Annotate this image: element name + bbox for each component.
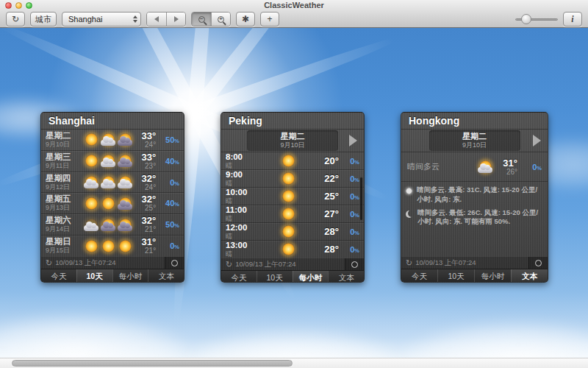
status-button[interactable] — [165, 257, 184, 269]
next-day-arrow-icon[interactable] — [349, 135, 357, 146]
weather-icon-cell — [261, 171, 315, 185]
settings-button[interactable]: ✱ — [236, 12, 255, 26]
temps-column: 31°21° — [136, 237, 156, 255]
vertical-scrollbar-thumb[interactable] — [359, 177, 363, 221]
zoom-window-button[interactable] — [26, 2, 32, 9]
tab-hourly[interactable]: 每小时 — [293, 271, 329, 283]
forward-button[interactable] — [166, 13, 185, 26]
sun-icon — [117, 239, 134, 253]
titlebar: ClassicWeather — [0, 0, 588, 10]
percent-sign: % — [354, 177, 359, 183]
zoom-in-button[interactable]: + — [211, 13, 230, 26]
selector-date: 9月10日 — [429, 141, 520, 149]
city-button[interactable]: 城市 — [30, 12, 57, 26]
slider-knob[interactable] — [521, 14, 531, 24]
precip-percent: 0% — [339, 192, 359, 201]
hourly-rows: 8:00晴20°0%9:00晴22°0%10:00晴25°0%11:00晴27°… — [221, 152, 364, 258]
percent-sign: % — [174, 180, 179, 187]
high-temp: 33° — [136, 152, 156, 162]
temps-column: 31°26° — [494, 158, 517, 176]
panel-tab-bar: 今天10天每小时文本 — [41, 269, 184, 282]
next-day-arrow-icon[interactable] — [533, 135, 541, 146]
precip-percent: 50% — [156, 220, 179, 229]
zoom-out-icon: − — [198, 16, 205, 23]
time-label: 12:00 — [226, 223, 261, 233]
day-column: 星期日9月15日 — [46, 237, 81, 255]
forecast-rows: 星期二9月10日33°24°50%星期三9月11日33°23°40%星期四9月1… — [41, 130, 184, 256]
forecast-row: 星期四9月12日32°24°0% — [41, 171, 184, 193]
close-button[interactable] — [5, 2, 12, 9]
time-column: 12:00晴 — [226, 223, 261, 240]
horizontal-scrollbar-thumb[interactable] — [12, 360, 293, 367]
hour-temp: 27° — [315, 208, 339, 219]
time-label: 9:00 — [226, 170, 261, 180]
partly-icon — [83, 175, 100, 189]
back-button[interactable] — [147, 13, 166, 26]
tab-today[interactable]: 今天 — [401, 269, 437, 282]
temps-column: 32°21° — [136, 216, 156, 233]
day-forecast-text-row: 晴间多云. 最高: 31C. 风速: 15-20 公里/小时. 风向: 东. — [401, 182, 548, 205]
zoom-out-button[interactable]: − — [192, 13, 211, 26]
info-button[interactable]: i — [563, 12, 582, 26]
tab-text[interactable]: 文本 — [148, 269, 184, 282]
refresh-icon[interactable]: ↻ — [406, 258, 412, 268]
refresh-icon[interactable]: ↻ — [226, 260, 232, 269]
day-selector-button[interactable]: 星期二9月10日 — [247, 130, 338, 151]
panel-tab-bar: 今天10天每小时文本 — [221, 270, 364, 283]
time-column: 13:00晴 — [226, 241, 261, 258]
weather-icon-cell — [261, 207, 315, 221]
precip-percent: 40% — [156, 157, 179, 166]
tab-tenday[interactable]: 10天 — [437, 269, 474, 282]
time-column: 11:00晴 — [226, 205, 261, 222]
tab-tenday[interactable]: 10天 — [257, 271, 293, 283]
forecast-row: 星期二9月10日33°24°50% — [41, 130, 184, 150]
precip-percent: 50% — [156, 135, 179, 144]
sun-bullet-icon — [406, 188, 412, 194]
sun-icon — [280, 242, 297, 256]
status-button[interactable] — [528, 257, 548, 269]
refresh-icon[interactable]: ↻ — [46, 258, 52, 268]
percent-sign: % — [354, 159, 359, 166]
condition-label: 晴 — [226, 197, 261, 205]
tab-text[interactable]: 文本 — [511, 269, 548, 282]
percent-sign: % — [537, 165, 542, 171]
tab-today[interactable]: 今天 — [221, 271, 257, 283]
status-button[interactable] — [345, 258, 364, 270]
day-selector-button[interactable]: 星期二9月10日 — [429, 130, 520, 151]
refresh-button[interactable]: ↻ — [6, 12, 25, 26]
time-label: 10:00 — [226, 188, 261, 197]
date-label: 9月15日 — [46, 247, 81, 255]
tab-hourly[interactable]: 每小时 — [112, 269, 148, 282]
minimize-button[interactable] — [15, 2, 22, 9]
condition-label: 晴 — [226, 215, 261, 222]
partly-icon — [477, 160, 494, 174]
weekday-label: 星期三 — [46, 152, 81, 162]
weather-icons — [81, 154, 136, 168]
horizontal-scrollbar[interactable] — [0, 358, 588, 368]
add-city-button[interactable]: + — [260, 12, 279, 26]
tab-text[interactable]: 文本 — [328, 271, 364, 283]
weather-icons — [81, 197, 136, 210]
weather-icon-cell — [261, 154, 315, 168]
opacity-slider[interactable] — [515, 12, 558, 26]
weekday-label: 星期六 — [46, 216, 81, 225]
forward-icon — [174, 16, 179, 22]
window-chrome: ClassicWeather ↻ 城市 Shanghai − + — [0, 0, 588, 28]
day-column: 星期三9月11日 — [46, 152, 81, 170]
tab-tenday[interactable]: 10天 — [76, 269, 112, 282]
city-select[interactable]: Shanghai — [62, 12, 141, 26]
low-temp: 21° — [136, 225, 156, 233]
hourly-row: 13:00晴28°0% — [221, 240, 364, 258]
weekday-label: 星期日 — [46, 237, 81, 247]
tab-today[interactable]: 今天 — [41, 269, 76, 282]
high-temp: 32° — [136, 174, 156, 183]
sun-icon — [83, 154, 100, 168]
percent-sign: % — [174, 222, 179, 229]
hourly-row: 11:00晴27°0% — [221, 205, 364, 222]
day-selector: 星期二9月10日 — [401, 130, 548, 152]
percent-sign: % — [354, 194, 359, 201]
low-temp: 24° — [136, 141, 156, 149]
tab-hourly[interactable]: 每小时 — [474, 269, 511, 282]
selector-date: 9月10日 — [247, 141, 338, 149]
high-temp: 33° — [136, 131, 156, 141]
